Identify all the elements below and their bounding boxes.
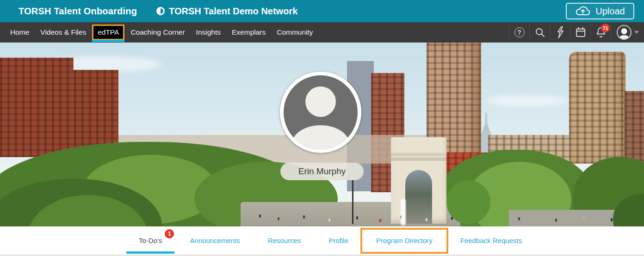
notification-count-badge: 71 <box>601 24 610 32</box>
avatar-silhouette-head <box>305 86 336 117</box>
nav-item-insights[interactable]: Insights <box>191 22 226 43</box>
nav-item-coaching-corner[interactable]: Coaching Corner <box>125 22 190 43</box>
nav-icon-toolbar: ? <box>509 22 644 43</box>
cloud-upload-icon <box>575 6 591 17</box>
torsh-talent-app: TORSH Talent Onboarding TORSH Talent Dem… <box>0 0 644 256</box>
nav-item-videos-files[interactable]: Videos & Files <box>35 22 92 43</box>
cloud-shape <box>486 96 569 106</box>
nav-item-edtpa-active-highlighted[interactable]: edTPA <box>92 22 125 43</box>
product-title: TORSH Talent Onboarding <box>19 6 137 17</box>
tab-profile[interactable]: Profile <box>329 237 349 244</box>
washington-square-arch <box>391 137 446 224</box>
annotation-highlight-box: Program Directory <box>360 228 448 254</box>
quick-flash-button[interactable] <box>550 22 570 43</box>
tree-canopy <box>446 180 490 224</box>
help-button[interactable]: ? <box>509 22 529 43</box>
tab-announcements[interactable]: Announcements <box>190 237 240 244</box>
calendar-button[interactable] <box>570 22 590 43</box>
main-navigation-bar: Home Videos & Files edTPA Coaching Corne… <box>0 22 644 43</box>
search-icon <box>534 27 545 38</box>
todo-count-badge: 1 <box>165 229 174 238</box>
profile-cover-photo: Erin Murphy <box>0 43 644 226</box>
tab-feedback-requests[interactable]: Feedback Requests <box>460 237 522 244</box>
arch-opening <box>405 170 432 224</box>
tab-resources[interactable]: Resources <box>268 237 301 244</box>
tan-tower-right <box>569 52 625 164</box>
annotation-highlight-box: edTPA <box>92 24 124 40</box>
upload-button-label: Upload <box>595 6 625 17</box>
profile-name-label: Erin Murphy <box>280 163 364 180</box>
nav-item-exemplars[interactable]: Exemplars <box>226 22 271 43</box>
search-button[interactable] <box>529 22 550 43</box>
tab-program-directory[interactable]: Program Directory <box>376 237 433 244</box>
network-name: TORSH Talent Demo Network <box>169 6 297 17</box>
nav-item-home[interactable]: Home <box>5 22 35 43</box>
brick-building-left <box>0 55 118 157</box>
fountain-spray <box>401 199 406 226</box>
account-menu-button[interactable] <box>611 22 644 43</box>
nav-item-community[interactable]: Community <box>271 22 318 43</box>
chevron-down-icon <box>634 31 639 34</box>
network-logo-icon <box>156 7 165 15</box>
lamppost <box>352 179 353 224</box>
tab-todos[interactable]: To-Do's 1 <box>139 237 162 244</box>
profile-tab-bar: To-Do's 1 Announcements Resources Profil… <box>0 226 644 255</box>
top-header-bar: TORSH Talent Onboarding TORSH Talent Dem… <box>0 0 644 22</box>
notifications-button[interactable]: 71 <box>590 22 611 43</box>
profile-avatar[interactable] <box>280 72 361 153</box>
help-icon: ? <box>514 27 525 37</box>
pedestrian-dots <box>259 214 261 218</box>
account-icon <box>617 25 632 40</box>
upload-button[interactable]: Upload <box>566 3 634 19</box>
calendar-icon <box>575 27 586 38</box>
network-switcher[interactable]: TORSH Talent Demo Network <box>156 6 297 17</box>
flash-icon <box>555 26 565 38</box>
nav-items: Home Videos & Files edTPA Coaching Corne… <box>0 22 319 43</box>
